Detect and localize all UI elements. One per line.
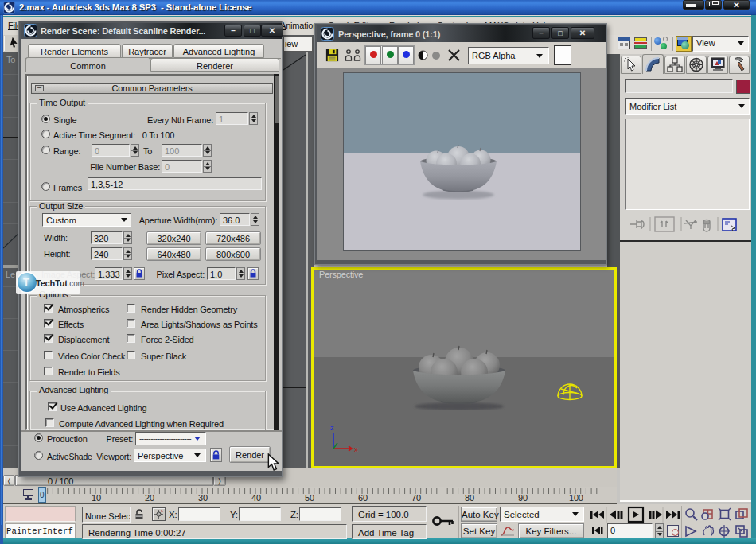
svg-text:z: z <box>330 424 334 432</box>
svg-text:x: x <box>354 445 358 453</box>
